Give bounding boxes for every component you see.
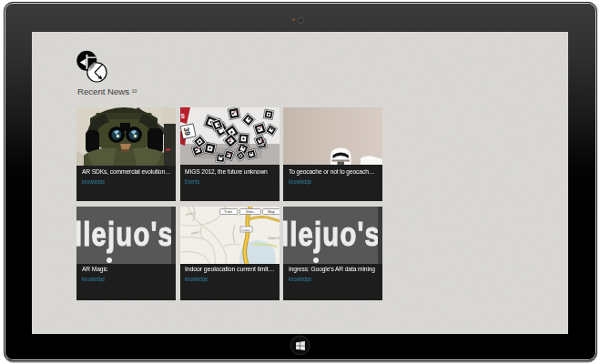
svg-text:S: S [180,113,185,119]
svg-text:Talbot St: Talbot St [268,237,280,240]
svg-text:Trafs: Trafs [224,209,232,214]
svg-text:Luas: Luas [241,228,249,232]
svg-text:Vom...: Vom... [246,209,256,214]
svg-text:Map: Map [268,209,276,214]
